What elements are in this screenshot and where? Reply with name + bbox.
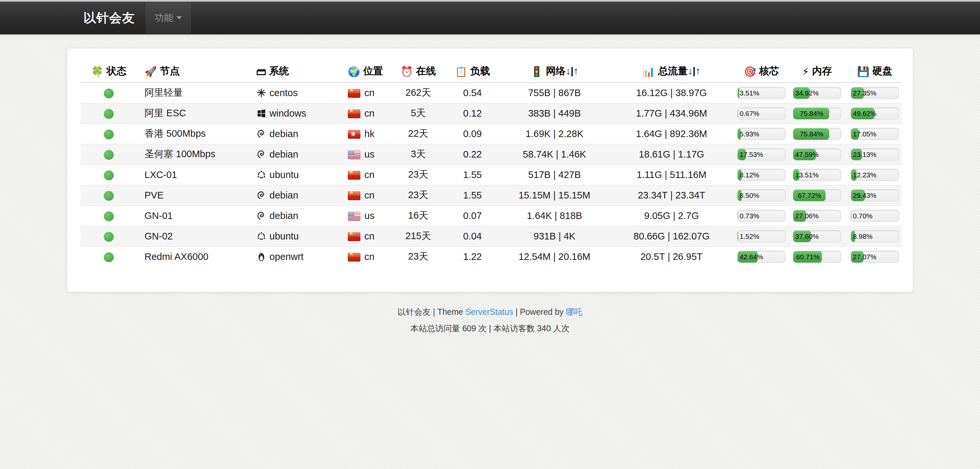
footer-visit-stats: 本站总访问量 609 次 | 本站访客数 340 人次	[0, 323, 980, 334]
cell-network: 383B|449B	[503, 103, 606, 124]
location-code: cn	[364, 87, 375, 98]
network-down: 1.64K	[527, 211, 552, 221]
cell-mem: 67.72%	[786, 185, 848, 206]
network-separator: |	[553, 251, 556, 262]
os-name: centos	[269, 87, 298, 98]
cpu-meter-fill	[738, 231, 738, 242]
cell-disk: 27.07%	[848, 246, 902, 267]
disk-meter-label: 23.13%	[853, 149, 877, 160]
load-value: 0.22	[463, 149, 482, 160]
server-row: PVEdebiancn23天1.5515.15M|15.15M23.34T|23…	[80, 185, 902, 206]
disk-meter: 17.05%	[851, 128, 899, 140]
cell-online: 16天	[394, 206, 442, 226]
cell-disk: 12.23%	[848, 165, 902, 185]
cell-online: 23天	[394, 246, 442, 267]
os-windows-icon	[256, 108, 266, 119]
cpu-meter: 0.73%	[737, 210, 786, 222]
cell-traffic: 1.64G|892.36M	[606, 124, 737, 144]
location-code: cn	[364, 190, 375, 200]
cpu-meter: 8.12%	[737, 169, 786, 181]
col-header-online: ⏰在线	[394, 60, 442, 82]
brand-link[interactable]: 以针会友	[83, 2, 135, 34]
node-name: 圣何塞 100Mbps	[145, 149, 215, 159]
flag-us-icon	[348, 150, 360, 159]
network-up: 449B	[558, 108, 581, 119]
os-name: openwrt	[269, 251, 304, 262]
node-name: LXC-01	[145, 170, 177, 180]
menu-features-label: 功能	[155, 11, 173, 24]
cell-load: 0.09	[442, 124, 503, 144]
status-online-dot	[104, 150, 114, 160]
disk-meter: 23.13%	[851, 148, 899, 160]
powered-by-link[interactable]: 哪吒	[566, 307, 582, 317]
cell-status	[80, 82, 137, 103]
network-up: 818B	[560, 211, 582, 221]
cell-node: Redmi AX6000	[137, 246, 249, 267]
server-row: 圣何塞 100Mbpsdebianus3天0.2258.74K|1.46K18.…	[80, 144, 902, 165]
cpu-meter-label: 17.53%	[740, 149, 763, 160]
cell-system: debian	[249, 144, 340, 165]
load-value: 0.04	[463, 231, 482, 241]
flag-cn-icon	[348, 232, 360, 241]
flag-cn-icon	[348, 89, 360, 98]
cpu-meter: 5.93%	[737, 128, 786, 140]
os-ubuntu-icon	[256, 231, 266, 241]
cell-node: GN-02	[137, 226, 249, 246]
cell-location: us	[340, 206, 394, 226]
uptime-value: 23天	[408, 169, 428, 180]
theme-serverstatus-link[interactable]: ServerStatus	[466, 307, 514, 317]
cpu-column-icon: 🎯	[744, 66, 756, 77]
disk-meter-label: 0.70%	[853, 210, 873, 222]
cell-cpu: 5.93%	[737, 124, 786, 144]
os-debian-icon	[256, 129, 266, 139]
traffic-column-icon: 📊	[643, 66, 655, 77]
menu-features-dropdown[interactable]: 功能	[145, 2, 191, 34]
location-code: cn	[364, 251, 375, 262]
network-separator: |	[553, 190, 556, 200]
network-down: 517B	[528, 170, 550, 180]
cell-node: LXC-01	[137, 165, 249, 185]
col-label-disk: 硬盘	[873, 65, 892, 76]
footer-sep-powered: | Powered by	[513, 307, 566, 317]
mem-meter: 75.84%	[793, 128, 841, 140]
cell-online: 22天	[394, 124, 442, 144]
os-name: debian	[269, 211, 298, 221]
cell-disk: 8.98%	[848, 226, 902, 246]
uptime-value: 262天	[406, 87, 431, 98]
cpu-meter: 42.64%	[737, 251, 786, 263]
cell-cpu: 8.50%	[737, 185, 786, 206]
cell-traffic: 9.05G|2.7G	[606, 206, 737, 226]
cell-disk: 29.43%	[848, 185, 902, 206]
cell-traffic: 80.66G|162.07G	[606, 226, 737, 246]
cell-load: 0.12	[442, 103, 503, 124]
network-up: 4K	[564, 231, 575, 241]
status-online-dot	[104, 170, 114, 180]
traffic-down: 80.66G	[633, 231, 665, 241]
cell-disk: 27.35%	[848, 82, 902, 103]
cell-cpu: 17.53%	[737, 144, 786, 165]
cell-online: 23天	[394, 185, 442, 206]
flag-hk-icon	[348, 130, 360, 139]
cell-status	[80, 165, 137, 185]
cell-cpu: 8.12%	[737, 165, 786, 185]
cell-cpu: 0.73%	[737, 206, 786, 226]
flag-cn-icon	[348, 253, 360, 261]
traffic-up: 1.17G	[678, 149, 704, 160]
cell-status	[80, 246, 137, 267]
cell-mem: 37.60%	[786, 226, 848, 246]
cell-system: ubuntu	[249, 165, 340, 185]
cell-location: hk	[340, 124, 394, 144]
node-column-icon: 🚀	[145, 66, 157, 77]
os-name: windows	[269, 108, 306, 119]
cell-system: debian	[249, 124, 340, 144]
uptime-value: 22天	[408, 128, 428, 139]
disk-meter-label: 17.05%	[853, 128, 877, 140]
uptime-value: 215天	[406, 231, 431, 241]
cell-system: debian	[249, 206, 340, 226]
mem-meter-label: 75.84%	[800, 128, 823, 140]
disk-meter: 29.43%	[851, 189, 899, 201]
status-column-icon: 🍀	[91, 66, 103, 77]
mem-meter: 75.84%	[793, 107, 841, 120]
cell-mem: 75.84%	[786, 124, 848, 144]
cpu-meter-label: 8.50%	[740, 190, 759, 201]
